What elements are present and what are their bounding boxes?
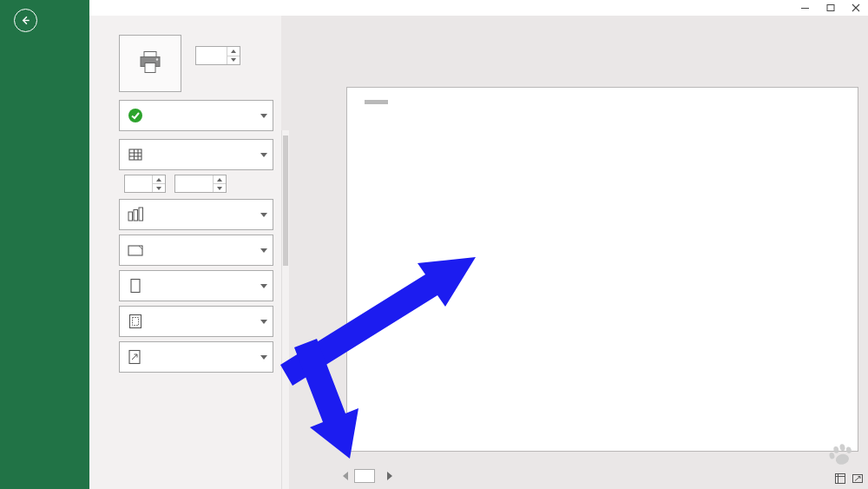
window-title bbox=[89, 0, 677, 16]
copies-stepper bbox=[195, 46, 240, 65]
spin-down-icon bbox=[231, 58, 236, 62]
copies-increment-button[interactable] bbox=[227, 47, 240, 56]
previous-page-icon[interactable] bbox=[343, 472, 348, 480]
print-button[interactable] bbox=[119, 35, 181, 92]
print-settings-panel bbox=[89, 16, 281, 489]
titlebar bbox=[89, 0, 868, 16]
minimize-button[interactable] bbox=[792, 0, 818, 16]
maximize-icon bbox=[826, 3, 835, 12]
pages-from-increment[interactable] bbox=[153, 175, 165, 184]
chevron-down-icon bbox=[260, 320, 267, 324]
zoom-to-page-button[interactable] bbox=[851, 472, 864, 485]
margins-dropdown[interactable] bbox=[119, 306, 273, 337]
pages-to-increment[interactable] bbox=[214, 175, 226, 184]
page-navigator bbox=[343, 469, 392, 483]
chevron-down-icon bbox=[260, 355, 267, 360]
show-margins-button[interactable] bbox=[833, 472, 846, 485]
close-icon bbox=[852, 3, 860, 12]
orientation-dropdown[interactable] bbox=[119, 235, 273, 266]
printer-status-icon bbox=[124, 108, 146, 123]
pages-to-stepper bbox=[174, 175, 227, 193]
printer-dropdown[interactable] bbox=[119, 100, 273, 131]
pages-from-stepper bbox=[124, 175, 166, 193]
baidu-watermark bbox=[826, 439, 861, 470]
maximize-button[interactable] bbox=[818, 0, 843, 16]
scaling-dropdown[interactable] bbox=[119, 341, 273, 373]
back-arrow-icon bbox=[19, 14, 32, 27]
print-what-dropdown[interactable] bbox=[119, 139, 273, 170]
worksheet-icon bbox=[124, 146, 146, 163]
excel-backstage-window bbox=[0, 0, 868, 489]
paper-size-icon bbox=[124, 277, 146, 294]
preview-zoom-tools bbox=[833, 472, 864, 485]
fit-to-page-icon bbox=[124, 348, 146, 366]
copies-decrement-button[interactable] bbox=[227, 56, 240, 65]
print-preview-area bbox=[289, 16, 868, 489]
pages-from-decrement[interactable] bbox=[153, 184, 165, 192]
spin-up-icon bbox=[156, 178, 161, 182]
settings-scrollbar[interactable] bbox=[281, 130, 289, 489]
chevron-down-icon bbox=[260, 153, 267, 157]
spin-down-icon bbox=[156, 187, 161, 190]
back-button[interactable] bbox=[14, 9, 37, 32]
preview-page bbox=[346, 87, 858, 452]
backstage-sidebar bbox=[0, 0, 89, 489]
page-header-text bbox=[365, 100, 388, 104]
pages-from-input[interactable] bbox=[125, 175, 152, 192]
minimize-icon bbox=[801, 3, 810, 12]
spin-up-icon bbox=[217, 178, 222, 182]
landscape-page-icon bbox=[124, 241, 146, 259]
collation-dropdown[interactable] bbox=[119, 199, 273, 230]
chevron-down-icon bbox=[260, 114, 267, 118]
spin-down-icon bbox=[217, 187, 222, 190]
next-page-icon[interactable] bbox=[387, 472, 392, 480]
spin-up-icon bbox=[231, 50, 236, 53]
copies-input[interactable] bbox=[196, 47, 227, 64]
pages-to-input[interactable] bbox=[175, 175, 213, 192]
close-button[interactable] bbox=[843, 0, 868, 16]
chevron-down-icon bbox=[260, 213, 267, 217]
current-page-input[interactable] bbox=[354, 469, 375, 483]
chevron-down-icon bbox=[260, 284, 267, 288]
chevron-down-icon bbox=[260, 248, 267, 253]
printer-icon bbox=[137, 50, 163, 75]
scrollbar-thumb[interactable] bbox=[283, 135, 288, 266]
pages-to-decrement[interactable] bbox=[214, 184, 226, 192]
paper-size-dropdown[interactable] bbox=[119, 270, 273, 301]
margins-icon bbox=[124, 313, 146, 330]
help-icon[interactable] bbox=[770, 0, 792, 16]
paw-icon bbox=[823, 436, 858, 472]
collated-pages-icon bbox=[124, 206, 146, 223]
